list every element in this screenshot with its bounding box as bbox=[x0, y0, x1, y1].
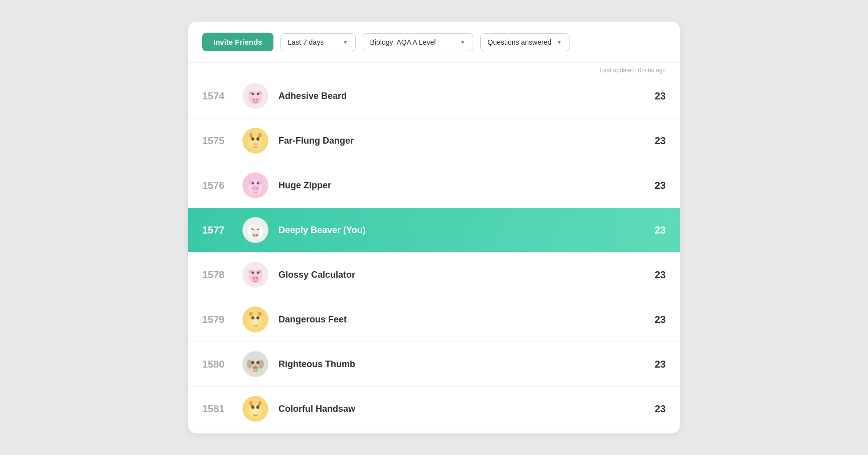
period-label: Last 7 days bbox=[288, 38, 324, 46]
subject-dropdown-arrow: ▼ bbox=[460, 39, 466, 45]
score-value: 23 bbox=[651, 90, 666, 102]
rank-number: 1577 bbox=[202, 224, 232, 236]
svg-point-64 bbox=[251, 361, 254, 364]
avatar bbox=[242, 83, 268, 109]
rank-number: 1574 bbox=[202, 90, 232, 102]
avatar bbox=[242, 128, 268, 154]
svg-point-17 bbox=[258, 133, 262, 137]
user-name: Huge Zipper bbox=[278, 180, 641, 191]
score-value: 23 bbox=[651, 224, 666, 236]
svg-point-42 bbox=[253, 277, 255, 279]
leaderboard-list: 1574 Adhesive Beard 23 1575 bbox=[188, 74, 680, 431]
svg-point-48 bbox=[252, 272, 254, 274]
period-dropdown-arrow: ▼ bbox=[343, 39, 348, 45]
score-value: 23 bbox=[651, 403, 666, 415]
svg-point-30 bbox=[256, 187, 258, 189]
score-value: 23 bbox=[651, 269, 666, 281]
rank-number: 1575 bbox=[202, 135, 232, 147]
rank-number: 1580 bbox=[202, 359, 232, 370]
svg-point-27 bbox=[257, 182, 259, 185]
svg-point-75 bbox=[252, 409, 259, 414]
user-name: Colorful Handsaw bbox=[278, 404, 641, 414]
table-row: 1581 Colorful Handsaw 23 bbox=[188, 387, 680, 431]
table-row: 1580 Righteous Thumb 23 bbox=[188, 342, 680, 387]
rank-number: 1578 bbox=[202, 269, 232, 281]
svg-point-38 bbox=[251, 224, 259, 230]
svg-point-57 bbox=[256, 316, 259, 319]
svg-point-49 bbox=[257, 272, 259, 274]
svg-point-11 bbox=[252, 95, 258, 99]
svg-point-73 bbox=[251, 406, 254, 409]
period-dropdown[interactable]: Last 7 days ▼ bbox=[280, 33, 356, 51]
score-value: 23 bbox=[651, 180, 666, 191]
svg-point-72 bbox=[258, 401, 262, 405]
table-row: 1576 Huge Zipper 23 bbox=[188, 163, 680, 208]
avatar bbox=[242, 172, 268, 198]
svg-point-41 bbox=[251, 276, 259, 282]
svg-point-66 bbox=[253, 366, 258, 369]
svg-point-10 bbox=[257, 93, 259, 95]
svg-point-54 bbox=[249, 312, 253, 316]
rank-number: 1576 bbox=[202, 180, 232, 191]
user-name: Righteous Thumb bbox=[278, 359, 641, 370]
svg-point-29 bbox=[253, 187, 255, 189]
metric-dropdown-arrow: ▼ bbox=[556, 39, 562, 45]
svg-point-56 bbox=[251, 316, 254, 319]
avatar bbox=[242, 351, 268, 377]
svg-point-26 bbox=[252, 182, 254, 185]
user-name: Adhesive Beard bbox=[278, 91, 641, 101]
leaderboard-card: Invite Friends Last 7 days ▼ Biology: AQ… bbox=[188, 22, 680, 433]
user-name: Far-Flung Danger bbox=[278, 136, 641, 146]
svg-point-16 bbox=[249, 133, 253, 137]
svg-point-55 bbox=[258, 312, 262, 316]
table-row: 1574 Adhesive Beard 23 bbox=[188, 74, 680, 119]
last-updated-text: Last updated: 0mins ago bbox=[188, 63, 680, 74]
invite-friends-button[interactable]: Invite Friends bbox=[202, 33, 273, 51]
table-row: 1577 Deeply Beaver (You) 23 bbox=[188, 208, 680, 253]
avatar bbox=[242, 217, 268, 243]
rank-number: 1581 bbox=[202, 403, 232, 415]
metric-label: Questions answered bbox=[488, 38, 552, 46]
score-value: 23 bbox=[651, 314, 666, 325]
avatar bbox=[242, 396, 268, 422]
table-row: 1578 Glossy Calculator 23 bbox=[188, 253, 680, 297]
score-value: 23 bbox=[651, 359, 666, 370]
rank-number: 1579 bbox=[202, 314, 232, 325]
svg-point-71 bbox=[249, 401, 253, 405]
user-name: Deeply Beaver (You) bbox=[278, 225, 641, 236]
svg-point-74 bbox=[256, 406, 259, 409]
avatar bbox=[242, 306, 268, 332]
svg-point-28 bbox=[251, 185, 259, 191]
svg-point-43 bbox=[256, 277, 258, 279]
svg-point-9 bbox=[252, 93, 254, 95]
user-name: Dangerous Feet bbox=[278, 314, 641, 325]
subject-label: Biology: AQA A Level bbox=[370, 38, 436, 46]
table-row: 1575 Far-Flung Danger 23 bbox=[188, 119, 680, 163]
user-name: Glossy Calculator bbox=[278, 270, 641, 280]
avatar bbox=[242, 262, 268, 288]
svg-point-18 bbox=[251, 138, 254, 141]
svg-point-19 bbox=[256, 138, 259, 141]
score-value: 23 bbox=[651, 135, 666, 147]
table-row: 1579 Dangerous Feet 23 bbox=[188, 297, 680, 342]
svg-point-21 bbox=[253, 143, 258, 146]
svg-point-65 bbox=[256, 361, 259, 364]
header: Invite Friends Last 7 days ▼ Biology: AQ… bbox=[188, 22, 680, 63]
metric-dropdown[interactable]: Questions answered ▼ bbox=[480, 33, 570, 51]
svg-point-58 bbox=[252, 319, 259, 324]
subject-dropdown[interactable]: Biology: AQA A Level ▼ bbox=[363, 33, 473, 51]
